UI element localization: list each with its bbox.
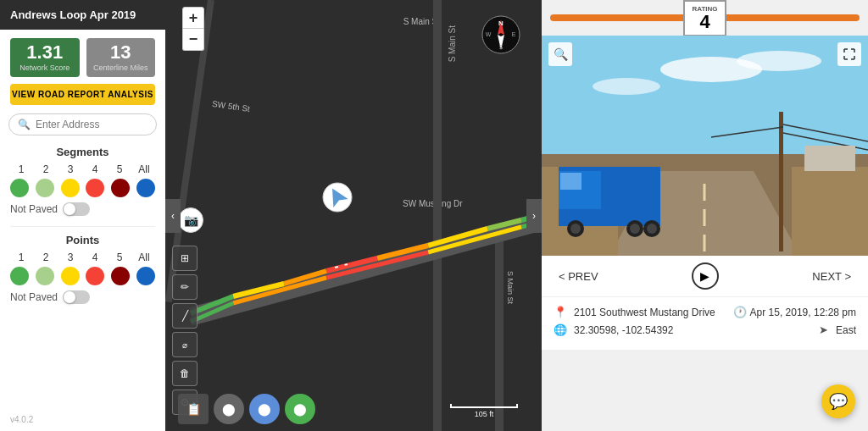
network-score-label: Network Score <box>19 64 70 72</box>
compass: N S W E <box>481 15 520 58</box>
photo-next-button[interactable]: NEXT > <box>812 270 851 283</box>
toolbar-circle-btn[interactable]: ⬤ <box>214 394 244 424</box>
direction-row-inline: ➤ East <box>819 323 856 336</box>
points-circles[interactable] <box>10 267 155 285</box>
segment-filter-4[interactable] <box>86 179 104 197</box>
zoom-in-button[interactable]: + <box>182 7 204 29</box>
svg-point-49 <box>647 224 657 234</box>
photo-expand-button[interactable] <box>837 42 861 66</box>
toolbar-blue-circle-btn[interactable]: ⬤ <box>249 394 280 424</box>
map-tool-trash[interactable]: 🗑 <box>172 361 198 386</box>
map-nav-right[interactable]: › <box>526 199 542 233</box>
date-text: Apr 15, 2019, 12:28 pm <box>750 307 856 318</box>
svg-point-27 <box>737 51 821 71</box>
photo-next-label: NEXT > <box>812 270 851 283</box>
segment-not-paved-toggle[interactable] <box>63 202 90 216</box>
points-not-paved-toggle[interactable] <box>63 290 90 304</box>
pt-num-1: 1 <box>10 251 32 263</box>
rating-bar-left <box>550 14 683 21</box>
photo-play-button[interactable]: ▶ <box>692 262 719 290</box>
segment-not-paved-label: Not Paved <box>10 203 58 215</box>
address-text: 2101 Southwest Mustang Drive <box>574 307 715 318</box>
pt-num-4: 4 <box>84 251 106 263</box>
points-title: Points <box>10 234 155 246</box>
svg-text:N: N <box>498 19 504 27</box>
toolbar-green-circle-btn[interactable]: ⬤ <box>285 394 315 424</box>
points-not-paved-label: Not Paved <box>10 291 58 303</box>
svg-text:W: W <box>486 31 492 37</box>
pt-num-2: 2 <box>35 251 57 263</box>
svg-point-45 <box>570 224 581 234</box>
segments-filter: Segments 1 2 3 4 5 All Not Paved <box>0 146 165 223</box>
toolbar-export-btn[interactable]: 📋 <box>178 394 209 424</box>
zoom-out-button[interactable]: − <box>182 29 204 51</box>
points-filter-2[interactable] <box>36 267 54 285</box>
zoom-controls: + − <box>182 7 204 51</box>
centerline-miles-box: 13 Centerline Miles <box>86 38 156 77</box>
photo-nav: < PREV ▶ NEXT > <box>542 256 868 297</box>
seg-num-5: 5 <box>108 163 131 175</box>
sidebar-bottom: v4.0.2 <box>0 311 165 431</box>
svg-point-28 <box>593 78 660 95</box>
road-colored-svg <box>165 0 542 431</box>
segment-filter-3[interactable] <box>61 179 80 197</box>
svg-text:S: S <box>499 44 504 50</box>
address-row: 📍 2101 Southwest Mustang Drive 🕐 Apr 15,… <box>554 306 856 318</box>
photo-prev-button[interactable]: < PREV <box>559 270 598 283</box>
centerline-miles-label: Centerline Miles <box>93 64 148 72</box>
direction-icon: ➤ <box>819 323 832 336</box>
version-label: v4.0.2 <box>10 415 33 424</box>
segments-title: Segments <box>10 146 155 158</box>
segment-circles[interactable] <box>10 179 155 197</box>
search-icon: 🔍 <box>18 119 31 130</box>
right-panel: RATING 4 <box>542 0 868 431</box>
svg-text:E: E <box>512 31 516 37</box>
date-row-inline: 🕐 Apr 15, 2019, 12:28 pm <box>733 306 856 318</box>
map-tool-layers[interactable]: ⊞ <box>172 246 198 271</box>
points-filter-1[interactable] <box>10 267 29 285</box>
scale-bar-line <box>450 404 518 408</box>
seg-num-1: 1 <box>10 163 32 175</box>
seg-num-4: 4 <box>84 163 106 175</box>
map-tool-measure[interactable]: ⌀ <box>172 332 198 357</box>
segment-filter-all[interactable] <box>136 179 155 197</box>
segment-filter-5[interactable] <box>111 179 130 197</box>
svg-point-47 <box>630 224 640 234</box>
svg-rect-25 <box>542 36 868 154</box>
seg-num-3: 3 <box>59 163 81 175</box>
scale-bar: 105 ft <box>450 404 518 418</box>
photo-magnify-button[interactable]: 🔍 <box>548 42 572 66</box>
scores-row: 1.31 Network Score 13 Centerline Miles <box>0 30 165 84</box>
chat-button[interactable]: 💬 <box>821 384 855 418</box>
network-score-value: 1.31 <box>26 43 63 62</box>
search-box[interactable]: 🔍 <box>8 113 157 135</box>
segment-not-paved-row: Not Paved <box>10 202 155 216</box>
points-filter-5[interactable] <box>111 267 130 285</box>
scale-label: 105 ft <box>475 410 494 418</box>
svg-rect-35 <box>792 167 868 256</box>
rating-bar: RATING 4 <box>542 0 868 36</box>
photo-container: 🔍 <box>542 36 868 256</box>
points-filter-4[interactable] <box>86 267 104 285</box>
location-pin[interactable] <box>322 182 353 218</box>
points-filter-3[interactable] <box>61 267 80 285</box>
rating-badge: RATING 4 <box>683 0 726 36</box>
search-input[interactable] <box>36 119 147 130</box>
segment-filter-1[interactable] <box>10 179 29 197</box>
location-icon: 📍 <box>554 306 567 318</box>
view-report-button[interactable]: VIEW ROAD REPORT ANALYSIS <box>10 84 155 105</box>
map-tool-line[interactable]: ╱ <box>172 303 198 329</box>
map-bottom-toolbar: 📋 ⬤ ⬤ ⬤ <box>178 394 315 424</box>
clock-icon: 🕐 <box>733 306 747 318</box>
points-not-paved-row: Not Paved <box>10 290 155 304</box>
photo-svg <box>542 36 868 256</box>
points-filter-all[interactable] <box>136 267 155 285</box>
segment-filter-2[interactable] <box>36 179 54 197</box>
map-tool-draw[interactable]: ✏ <box>172 274 198 300</box>
map-camera-marker[interactable]: 📷 <box>178 207 203 233</box>
divider-1 <box>10 226 155 227</box>
direction-text: East <box>836 324 856 336</box>
centerline-miles-value: 13 <box>110 43 131 62</box>
map-area[interactable]: ‹ › S Main St S Main St SW 5th St SW Mu <box>165 0 542 431</box>
map-nav-left[interactable]: ‹ <box>165 199 181 233</box>
